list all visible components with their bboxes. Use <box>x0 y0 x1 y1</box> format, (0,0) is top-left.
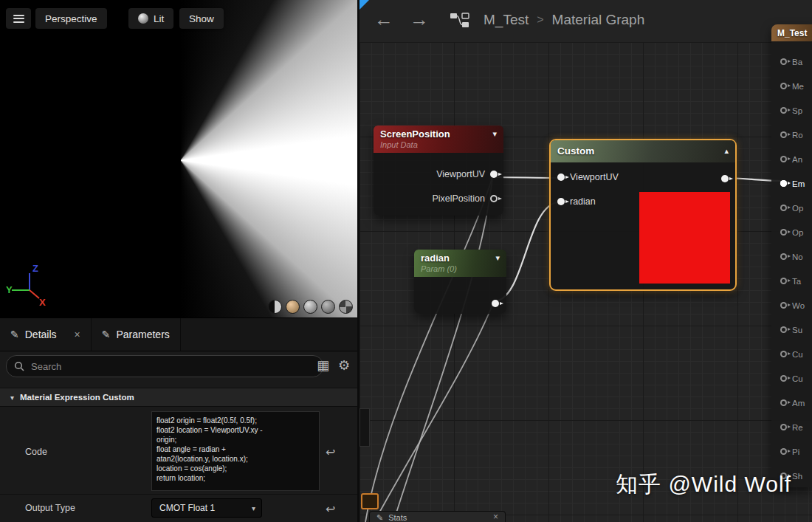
revert-code-icon[interactable]: ↩ <box>326 445 335 459</box>
pin-icon[interactable] <box>780 326 787 333</box>
output-pin-pixelposition[interactable] <box>490 195 498 202</box>
viewport-menu-button[interactable] <box>6 8 31 29</box>
preview-shape-cylinder-button[interactable] <box>268 300 282 314</box>
breadcrumb-current[interactable]: Material Graph <box>552 12 645 28</box>
code-input[interactable]: float2 origin = float2(0.5f, 0.5f); floa… <box>151 411 320 491</box>
pin-icon[interactable] <box>780 107 787 114</box>
pin-icon[interactable] <box>780 180 787 187</box>
pin-label: Em <box>792 179 805 188</box>
pin-icon[interactable] <box>780 253 787 260</box>
search-input[interactable] <box>30 360 315 373</box>
forward-arrow-button[interactable]: → <box>410 7 429 32</box>
lit-mode-button[interactable]: Lit <box>128 8 173 29</box>
pin-icon[interactable] <box>780 83 787 89</box>
node-subtitle: Param (0) <box>421 264 500 273</box>
material-pin-row[interactable]: Re <box>771 415 812 439</box>
stats-tab[interactable]: ✎ Stats × <box>369 511 506 522</box>
breadcrumb-material-name[interactable]: M_Test <box>484 12 529 28</box>
material-pin-row[interactable]: Cu <box>771 366 812 391</box>
material-pin-row[interactable]: No <box>771 244 812 269</box>
pen-icon: ✎ <box>376 512 383 522</box>
revert-output-type-icon[interactable]: ↩ <box>326 502 335 516</box>
active-panel-marker <box>359 0 369 10</box>
pin-icon[interactable] <box>780 156 787 162</box>
material-pin-row[interactable]: Cu <box>771 342 812 366</box>
search-box[interactable] <box>6 355 323 377</box>
material-pin-row[interactable]: Ta <box>771 269 812 293</box>
pin-icon[interactable] <box>780 229 787 236</box>
display-filter-icon[interactable]: ▦ <box>317 355 329 376</box>
material-pin-row[interactable]: Sp <box>771 98 812 123</box>
node-header[interactable]: ScreenPosition ▾ Input Data <box>374 126 503 153</box>
chevron-down-icon[interactable]: ▾ <box>492 129 497 139</box>
back-arrow-button[interactable]: ← <box>374 7 393 32</box>
graph-hierarchy-icon[interactable] <box>450 12 470 30</box>
settings-gear-icon[interactable]: ⚙ <box>338 355 350 376</box>
pen-icon: ✎ <box>102 329 111 340</box>
tab-parameters-label: Parameters <box>116 329 169 340</box>
material-pin-row[interactable]: Me <box>771 74 812 98</box>
pin-icon[interactable] <box>780 302 787 309</box>
material-pin-row[interactable]: Ba <box>771 49 812 74</box>
section-material-expression-custom[interactable]: ▾ Material Expression Custom <box>0 388 357 407</box>
node-header[interactable]: radian ▾ Param (0) <box>414 250 506 277</box>
preview-shape-mesh-button[interactable] <box>339 300 353 314</box>
tab-details[interactable]: ✎ Details × <box>0 318 92 351</box>
material-pin-row[interactable]: Ro <box>771 123 812 147</box>
breadcrumb-separator: > <box>537 13 543 27</box>
material-pin-row[interactable]: Op <box>771 196 812 220</box>
node-custom-selected[interactable]: Custom ▴ ViewportUV radian <box>549 139 737 291</box>
output-pin-custom[interactable] <box>721 175 729 182</box>
pin-icon[interactable] <box>780 448 787 455</box>
pin-icon[interactable] <box>780 205 787 211</box>
node-screen-position[interactable]: ScreenPosition ▾ Input Data ViewportUV P… <box>374 126 503 216</box>
graph-canvas[interactable]: ScreenPosition ▾ Input Data ViewportUV P… <box>359 42 812 522</box>
node-radian[interactable]: radian ▾ Param (0) <box>414 250 506 314</box>
lit-sphere-icon <box>138 13 148 24</box>
output-pin-viewportuv[interactable] <box>490 171 498 178</box>
preview-shape-sphere-button[interactable] <box>286 300 300 314</box>
axis-gizmo: Z Y X <box>6 260 50 306</box>
preview-shape-plane-button[interactable] <box>303 300 317 314</box>
pin-icon[interactable] <box>780 399 787 406</box>
chevron-down-icon[interactable]: ▾ <box>495 253 500 263</box>
close-icon[interactable]: × <box>75 329 80 340</box>
preview-viewport[interactable]: Perspective Lit Show Z Y X <box>0 0 357 317</box>
input-pin-viewportuv[interactable] <box>557 174 565 181</box>
material-pin-row[interactable]: Wo <box>771 293 812 317</box>
pin-icon[interactable] <box>780 351 787 357</box>
pin-icon[interactable] <box>780 58 787 65</box>
material-pin-row[interactable]: Su <box>771 317 812 342</box>
input-pin-radian[interactable] <box>557 198 565 205</box>
pin-label: Ba <box>792 58 802 66</box>
axis-x-label: X <box>39 297 46 306</box>
material-pin-row[interactable]: Em <box>771 171 812 196</box>
material-pin-row[interactable]: Pi <box>771 439 812 464</box>
pin-icon[interactable] <box>780 424 787 430</box>
tab-parameters[interactable]: ✎ Parameters <box>92 318 181 351</box>
pin-icon[interactable] <box>780 131 787 138</box>
node-material-result[interactable]: M_Test Ba Me Sp Ro An <box>771 24 812 487</box>
output-pin-radian[interactable] <box>492 300 499 307</box>
material-pin-row[interactable]: Am <box>771 391 812 415</box>
output-row-viewportuv: ViewportUV <box>436 169 498 179</box>
close-icon[interactable]: × <box>493 512 498 522</box>
material-pin-row[interactable]: An <box>771 147 812 171</box>
pin-icon[interactable] <box>780 375 787 382</box>
pin-label: Sh <box>792 472 802 481</box>
row-divider <box>0 494 357 495</box>
details-panel: ✎ Details × ✎ Parameters ▦ ⚙ ▾ Material … <box>0 317 357 522</box>
node-header[interactable]: Custom ▴ <box>551 140 735 162</box>
material-pin-row[interactable]: Op <box>771 220 812 244</box>
show-label: Show <box>189 13 214 24</box>
chevron-down-icon: ▾ <box>252 504 255 512</box>
pin-icon[interactable] <box>780 278 787 284</box>
pin-label: Re <box>792 423 803 432</box>
show-button[interactable]: Show <box>179 8 224 29</box>
pin-label: Pi <box>792 447 799 456</box>
perspective-button[interactable]: Perspective <box>35 8 107 29</box>
chevron-up-icon[interactable]: ▴ <box>724 146 729 156</box>
axis-y-label: Y <box>6 284 13 295</box>
preview-shape-cube-button[interactable] <box>321 300 335 314</box>
output-type-dropdown[interactable]: CMOT Float 1 ▾ <box>151 498 262 518</box>
